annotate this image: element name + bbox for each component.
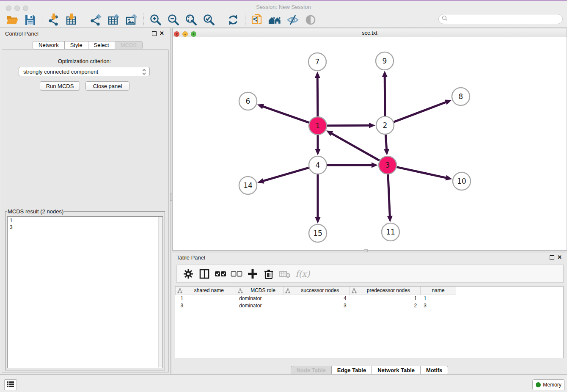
home-icon[interactable] [268, 13, 282, 27]
column-header-filler [456, 287, 563, 295]
node-label-14: 14 [243, 181, 253, 190]
search-field[interactable] [438, 14, 563, 24]
optimization-criterion-label: Optimization criterion: [0, 58, 169, 64]
edge-3-10[interactable] [396, 167, 446, 178]
save-icon[interactable] [23, 13, 37, 27]
export-image-icon[interactable] [125, 13, 138, 27]
network-graph: 1234678910111415 [173, 37, 567, 250]
search-input[interactable] [449, 16, 555, 22]
node-label-11: 11 [386, 228, 395, 236]
tab-motifs[interactable]: Motifs [420, 366, 448, 375]
node-label-4: 4 [316, 161, 320, 169]
add-row-icon[interactable] [246, 268, 259, 280]
horizontal-splitter-grip[interactable] [364, 249, 368, 252]
cell-filler [456, 295, 563, 302]
close-panel-button[interactable]: Close panel [85, 81, 129, 91]
cell-predecessor-nodes[interactable]: 1 [350, 295, 421, 302]
control-panel-tabs: NetworkStyleSelectMCDS [33, 41, 143, 50]
zoom-fit-icon[interactable] [184, 13, 198, 27]
export-network-icon[interactable] [89, 13, 103, 27]
edge-2-8[interactable] [394, 102, 447, 122]
edge-2-3[interactable] [385, 135, 386, 150]
edge-3-1[interactable] [331, 133, 379, 161]
tab-node-table[interactable]: Node Table [291, 366, 332, 375]
column-header-MCDS-role[interactable]: MCDS role [236, 287, 284, 295]
mcds-result-text[interactable]: 1 3 [7, 216, 163, 368]
delete-row-icon[interactable] [262, 268, 275, 280]
toolbar-separator [84, 14, 84, 26]
tab-network-table[interactable]: Network Table [372, 366, 421, 375]
cell-shared-name[interactable]: 3 [176, 302, 236, 309]
close-table-panel-icon[interactable]: ✕ [557, 254, 562, 260]
zoom-in-icon[interactable] [149, 13, 162, 27]
refresh-icon[interactable] [226, 13, 240, 27]
cell-name[interactable]: 3 [420, 302, 456, 309]
import-table-icon[interactable] [65, 13, 79, 27]
edge-4-14[interactable] [263, 168, 309, 181]
select-all-icon[interactable] [214, 268, 227, 280]
cell-shared-name[interactable]: 1 [176, 295, 236, 302]
run-mcds-button[interactable]: Run MCDS [40, 81, 80, 91]
zoom-selected-icon[interactable] [202, 13, 216, 27]
float-table-panel-icon[interactable] [550, 255, 554, 260]
optimization-criterion-dropdown[interactable]: strongly connected component [19, 67, 150, 76]
gear-icon[interactable] [182, 268, 195, 280]
show-panel-icon[interactable] [304, 13, 317, 27]
zoom-out-icon[interactable] [167, 13, 180, 27]
list-icon [7, 381, 14, 389]
edge-1-7[interactable] [317, 77, 318, 116]
mcds-result-group: MCDS result (2 nodes) 1 3 [5, 208, 165, 370]
task-history-button[interactable] [4, 379, 17, 390]
node-label-8: 8 [459, 92, 463, 101]
table-panel-title: Table Panel [176, 254, 205, 261]
app-title: Session: New Session [0, 4, 567, 10]
split-columns-icon[interactable] [198, 268, 211, 280]
control-panel-title: Control Panel [5, 30, 39, 37]
table-row[interactable]: 3dominator323 [176, 302, 564, 309]
node-label-10: 10 [457, 177, 466, 185]
tab-mcds[interactable]: MCDS [115, 41, 143, 50]
tab-select[interactable]: Select [88, 41, 115, 50]
deselect-all-icon[interactable] [230, 268, 243, 280]
cell-filler [456, 302, 563, 309]
cell-predecessor-nodes[interactable]: 2 [350, 302, 421, 309]
memory-button[interactable]: Memory [532, 379, 565, 390]
edge-3-11[interactable] [388, 174, 390, 217]
clone-network-icon[interactable] [250, 13, 264, 27]
edge-1-2[interactable] [327, 125, 370, 126]
toolbar-separator [143, 14, 144, 26]
column-header-shared-name[interactable]: shared name [176, 287, 236, 295]
memory-label: Memory [543, 382, 561, 388]
horizontal-splitter[interactable] [172, 251, 567, 253]
edge-arrowhead [384, 149, 389, 155]
import-network-icon[interactable] [47, 13, 61, 27]
tab-style[interactable]: Style [64, 41, 88, 50]
edge-1-6[interactable] [262, 106, 309, 123]
table-row[interactable]: 1dominator411 [176, 295, 564, 302]
cell-successor-nodes[interactable]: 4 [284, 295, 350, 302]
hide-panel-icon[interactable] [286, 13, 300, 27]
cell-MCDS-role[interactable]: dominator [236, 302, 284, 309]
open-folder-icon[interactable] [6, 13, 19, 27]
column-header-predecessor-nodes[interactable]: predecessor nodes [350, 287, 421, 295]
edge-2-9[interactable] [385, 76, 385, 116]
cell-successor-nodes[interactable]: 3 [284, 302, 350, 309]
tab-network[interactable]: Network [33, 41, 65, 50]
edge-arrowhead [257, 104, 264, 109]
column-header-successor-nodes[interactable]: successor nodes [284, 287, 350, 295]
float-panel-icon[interactable] [152, 31, 157, 36]
export-table-icon[interactable] [107, 13, 121, 27]
edge-arrowhead [369, 123, 375, 128]
chevron-up-down-icon [142, 68, 146, 77]
scrollbar-track[interactable] [158, 217, 162, 367]
network-canvas[interactable]: 1234678910111415 [173, 37, 567, 250]
cell-MCDS-role[interactable]: dominator [236, 295, 284, 302]
column-header-name[interactable]: name [420, 287, 456, 295]
node-label-1: 1 [316, 121, 320, 130]
cell-name[interactable]: 1 [420, 295, 456, 302]
edge-arrowhead [257, 178, 264, 183]
close-panel-icon[interactable]: ✕ [160, 30, 164, 36]
tab-edge-table[interactable]: Edge Table [331, 366, 372, 375]
edge-arrowhead [445, 175, 452, 181]
node-label-3: 3 [385, 161, 390, 169]
